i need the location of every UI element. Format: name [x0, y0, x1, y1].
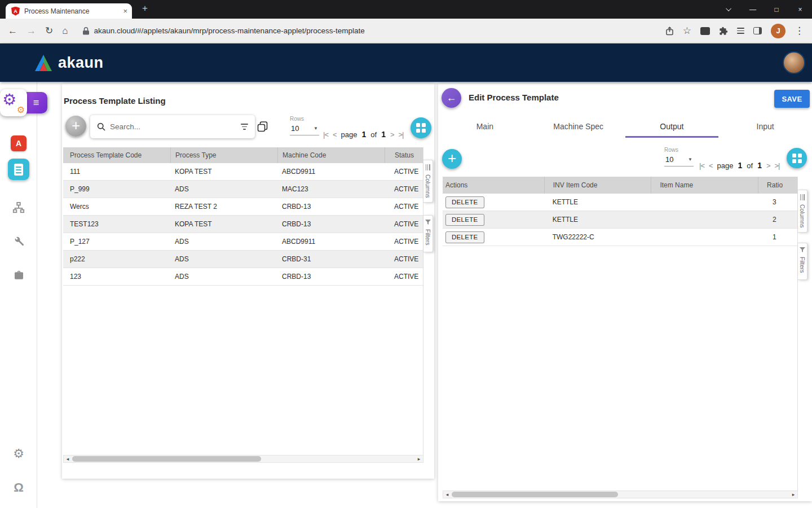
window-maximize-button[interactable]: □: [765, 0, 788, 19]
scroll-right-icon[interactable]: ▸: [415, 456, 423, 462]
column-header-status[interactable]: Status: [385, 147, 422, 163]
rows-select[interactable]: 10 ▼: [664, 155, 694, 167]
window-chevron-icon[interactable]: [717, 0, 741, 19]
tab-output[interactable]: Output: [625, 116, 719, 138]
sidebar-item-tools[interactable]: [0, 235, 37, 247]
table-row[interactable]: DELETETWG22222-C1: [443, 229, 797, 246]
horizontal-scrollbar[interactable]: ◂ ▸: [443, 491, 798, 498]
reading-list-icon[interactable]: [737, 28, 744, 33]
column-header-process-type[interactable]: Process Type: [170, 147, 277, 163]
table-row[interactable]: 123ADSCRBD-13ACTIVE: [63, 268, 423, 286]
sidebar-item-jobs[interactable]: [0, 270, 37, 281]
filters-tab-label: Filters: [799, 257, 806, 273]
browser-home-icon[interactable]: ⌂: [62, 25, 68, 37]
pdf-icon: A: [11, 135, 27, 151]
prev-page-button[interactable]: <: [333, 130, 337, 139]
delete-button[interactable]: DELETE: [445, 231, 484, 243]
grid-view-button[interactable]: [411, 117, 431, 138]
applet-switcher[interactable]: ⚙ ⚙ ≡: [0, 89, 47, 116]
share-icon[interactable]: [665, 27, 674, 36]
table-header-row: Actions INV Item Code Item Name Ratio: [443, 177, 797, 194]
table-row[interactable]: P_127ADSABCD9911ACTIVE: [63, 233, 423, 251]
column-header-inv-item-code[interactable]: INV Item Code: [544, 177, 651, 194]
add-output-item-button[interactable]: +: [442, 149, 462, 169]
table-row[interactable]: DELETEKETTLE3: [443, 194, 797, 211]
bookmark-star-icon[interactable]: ☆: [683, 25, 691, 37]
delete-button[interactable]: DELETE: [445, 196, 484, 208]
tab-main[interactable]: Main: [438, 116, 532, 138]
scroll-right-icon[interactable]: ▸: [789, 492, 797, 497]
table-row[interactable]: p222ADSCRBD-31ACTIVE: [63, 251, 423, 268]
applet-gears-icon: ⚙ ⚙: [0, 89, 27, 116]
columns-side-tab[interactable]: Columns: [798, 190, 807, 233]
sidebar-item-pdf[interactable]: A: [0, 135, 37, 151]
table-row[interactable]: WercsREZA TEST 2CRBD-13ACTIVE: [63, 198, 423, 216]
next-page-button[interactable]: >: [766, 161, 770, 170]
filters-side-tab[interactable]: Filters: [423, 215, 433, 252]
scroll-left-icon[interactable]: ◂: [64, 456, 72, 462]
table-row[interactable]: 111KOPA TESTABCD9911ACTIVE: [63, 163, 423, 181]
tab-machine-spec[interactable]: Machine Spec: [532, 116, 625, 138]
filter-icon[interactable]: [241, 124, 248, 129]
filters-tab-label: Filters: [425, 229, 431, 246]
browser-reload-icon[interactable]: ↻: [45, 25, 53, 37]
sidebar-item-settings[interactable]: ⚙: [0, 448, 37, 460]
rows-label: Rows: [290, 116, 319, 122]
extension-dark-icon[interactable]: [700, 27, 710, 35]
browser-menu-kebab-icon[interactable]: ⋮: [795, 25, 804, 37]
scroll-left-icon[interactable]: ◂: [443, 492, 451, 497]
browser-tab[interactable]: A Process Maintenance ×: [6, 3, 132, 19]
column-header-ratio[interactable]: Ratio: [758, 177, 797, 194]
table-row[interactable]: P_999ADSMAC123ACTIVE: [63, 181, 423, 198]
sidebar-item-process-template[interactable]: [0, 159, 37, 180]
back-button[interactable]: ←: [442, 88, 461, 108]
last-page-button[interactable]: >|: [399, 130, 404, 139]
filters-side-tab[interactable]: Filters: [798, 243, 807, 280]
scrollbar-thumb[interactable]: [452, 492, 618, 497]
search-input[interactable]: [110, 122, 236, 131]
scrollbar-thumb[interactable]: [72, 456, 261, 462]
last-page-button[interactable]: >|: [775, 161, 780, 170]
process-table-body: 111KOPA TESTABCD9911ACTIVEP_999ADSMAC123…: [63, 163, 423, 286]
side-panel-icon[interactable]: [753, 27, 762, 34]
grid-icon: [416, 123, 426, 133]
tab-close-icon[interactable]: ×: [123, 7, 127, 15]
first-page-button[interactable]: |<: [699, 161, 704, 170]
horizontal-scrollbar[interactable]: ◂ ▸: [63, 455, 423, 463]
cell-process-template-code: TEST123: [63, 220, 170, 228]
window-close-button[interactable]: ×: [788, 0, 812, 19]
copy-icon[interactable]: [257, 121, 268, 135]
browser-profile-avatar[interactable]: J: [771, 24, 785, 38]
cell-status: ACTIVE: [385, 255, 422, 263]
akaun-logo[interactable]: akaun: [34, 54, 104, 72]
add-template-button[interactable]: +: [65, 116, 86, 137]
applet-drawer-toggle[interactable]: ≡: [25, 92, 47, 113]
next-page-button[interactable]: >: [390, 130, 394, 139]
prev-page-button[interactable]: <: [709, 161, 713, 170]
grid-view-button[interactable]: [787, 148, 807, 168]
table-row[interactable]: TEST123KOPA TESTCRBD-13ACTIVE: [63, 216, 423, 233]
tab-input[interactable]: Input: [718, 116, 812, 138]
window-minimize-button[interactable]: —: [741, 0, 765, 19]
cell-status: ACTIVE: [385, 185, 422, 193]
sidebar-item-support[interactable]: Ω: [0, 481, 37, 494]
address-bar[interactable]: akaun.cloud/#/applets/akaun/mrp/process-…: [77, 23, 656, 40]
cell-machine-code: CRBD-13: [277, 203, 385, 211]
first-page-button[interactable]: |<: [323, 130, 328, 139]
browser-forward-icon[interactable]: →: [27, 25, 36, 37]
delete-button[interactable]: DELETE: [445, 214, 484, 226]
column-header-item-name[interactable]: Item Name: [651, 177, 758, 194]
extensions-puzzle-icon[interactable]: [719, 27, 728, 36]
column-header-process-template-code[interactable]: Process Template Code: [63, 147, 170, 163]
table-row[interactable]: DELETEKETTLE2: [443, 211, 797, 229]
new-tab-button[interactable]: +: [142, 3, 148, 14]
save-button[interactable]: SAVE: [774, 90, 810, 108]
browser-back-icon[interactable]: ←: [8, 25, 17, 37]
user-avatar[interactable]: [783, 51, 805, 74]
columns-side-tab[interactable]: Columns: [423, 160, 433, 203]
rows-select[interactable]: 10 ▼: [290, 124, 319, 135]
column-header-actions[interactable]: Actions: [443, 177, 544, 194]
sidebar-item-workflow[interactable]: [0, 202, 37, 214]
lock-icon: [83, 27, 89, 35]
column-header-machine-code[interactable]: Machine Code: [277, 147, 385, 163]
